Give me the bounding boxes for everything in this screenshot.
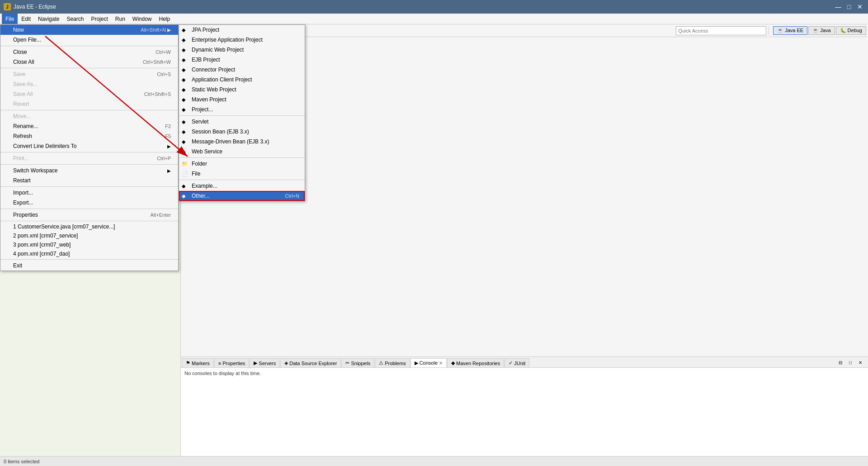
- toolbar-sep-3: [769, 27, 769, 35]
- app-icon: J: [4, 3, 11, 10]
- problems-icon: ⚠: [379, 360, 383, 366]
- run-menu-item[interactable]: Run: [112, 14, 129, 24]
- switch-workspace-label: Switch Workspace: [13, 167, 57, 174]
- project-item[interactable]: ◆ Project...: [179, 105, 305, 114]
- export-menu-item[interactable]: Export...: [0, 198, 178, 208]
- edit-menu-item[interactable]: Edit: [18, 14, 34, 24]
- open-file-label: Open File...: [13, 37, 41, 43]
- tab-junit[interactable]: ✓ JUnit: [505, 358, 529, 367]
- help-menu-item[interactable]: Help: [156, 14, 174, 24]
- tab-servers[interactable]: ▶ Servers: [250, 358, 280, 367]
- close-all-menu-item[interactable]: Close All Ctrl+Shift+W: [0, 57, 178, 67]
- perspective-debug[interactable]: 🐛 Debug: [836, 26, 866, 35]
- save-label: Save: [13, 71, 25, 77]
- save-as-menu-item[interactable]: Save As...: [0, 79, 178, 89]
- file-menu-item[interactable]: File: [2, 14, 18, 24]
- tab-snippets[interactable]: ✂ Snippets: [341, 358, 374, 367]
- tab-console[interactable]: ▶ Console ✕: [410, 358, 447, 367]
- refresh-label: Refresh: [13, 133, 32, 139]
- save-menu-item[interactable]: Save Ctrl+S: [0, 69, 178, 79]
- switch-workspace-menu-item[interactable]: Switch Workspace ▶: [0, 166, 178, 176]
- tab-data-source[interactable]: ◈ Data Source Explorer: [280, 358, 341, 367]
- revert-menu-item[interactable]: Revert: [0, 99, 178, 109]
- file-item[interactable]: 📄 File: [179, 169, 305, 179]
- file-icon: 📄: [182, 171, 188, 177]
- tab-maven[interactable]: ◆ Maven Repositories: [447, 358, 504, 367]
- connector-project-item[interactable]: ◆ Connector Project: [179, 65, 305, 75]
- window-menu-item[interactable]: Window: [129, 14, 156, 24]
- ejb-project-item[interactable]: ◆ EJB Project: [179, 55, 305, 65]
- maven-project-item[interactable]: ◆ Maven Project: [179, 95, 305, 105]
- save-shortcut: Ctrl+S: [157, 71, 171, 77]
- perspective-java[interactable]: ☕ Java: [808, 26, 835, 35]
- save-all-menu-item[interactable]: Save All Ctrl+Shift+S: [0, 89, 178, 99]
- enterprise-app-item[interactable]: ◆ Enterprise Application Project: [179, 35, 305, 45]
- app-client-item[interactable]: ◆ Application Client Project: [179, 75, 305, 85]
- minimize-panel-btn[interactable]: ⊟: [835, 357, 845, 367]
- project-menu-item[interactable]: Project: [87, 14, 111, 24]
- maximize-button[interactable]: □: [844, 2, 854, 11]
- search-menu-item[interactable]: Search: [63, 14, 87, 24]
- static-web-item[interactable]: ◆ Static Web Project: [179, 85, 305, 95]
- refresh-menu-item[interactable]: Refresh F5: [0, 131, 178, 141]
- example-item[interactable]: ◆ Example...: [179, 181, 305, 191]
- open-file-menu-item[interactable]: Open File...: [0, 35, 178, 45]
- bottom-tabs: ⚑ Markers ≡ Properties ▶ Servers ◈ Data …: [181, 357, 868, 368]
- tab-markers[interactable]: ⚑ Markers: [182, 358, 214, 367]
- sep-1: [0, 46, 178, 46]
- folder-item[interactable]: 📁 Folder: [179, 159, 305, 169]
- restart-menu-item[interactable]: Restart: [0, 176, 178, 185]
- recent-3[interactable]: 3 pom.xml [crm07_web]: [0, 240, 178, 249]
- print-menu-item[interactable]: Print... Ctrl+P: [0, 153, 178, 163]
- session-bean-item[interactable]: ◆ Session Bean (EJB 3.x): [179, 127, 305, 137]
- tab-problems[interactable]: ⚠ Problems: [375, 358, 410, 367]
- perspective-java-ee[interactable]: ☕ Java EE: [773, 26, 807, 35]
- recent-1[interactable]: 1 CustomerService.java [crm07_service...…: [0, 222, 178, 231]
- move-menu-item[interactable]: Move...: [0, 111, 178, 121]
- properties-menu-item[interactable]: Properties Alt+Enter: [0, 210, 178, 220]
- snippets-icon: ✂: [345, 360, 349, 366]
- exit-menu-item[interactable]: Exit: [0, 261, 178, 271]
- new-label: New: [13, 27, 24, 33]
- data-source-icon: ◈: [284, 360, 288, 366]
- close-menu-item[interactable]: Close Ctrl+W: [0, 47, 178, 57]
- navigate-menu-item[interactable]: Navigate: [34, 14, 63, 24]
- new-menu-item[interactable]: New Alt+Shift+N ▶: [0, 25, 178, 35]
- servers-icon: ▶: [254, 360, 257, 366]
- tab-data-source-label: Data Source Explorer: [289, 361, 337, 366]
- jpa-project-item[interactable]: ◆ JPA Project: [179, 25, 305, 35]
- static-web-icon: ◆: [182, 87, 185, 93]
- recent-2[interactable]: 2 pom.xml [crm07_service]: [0, 231, 178, 240]
- recent-4[interactable]: 4 pom.xml [crm07_dao]: [0, 249, 178, 258]
- tab-servers-label: Servers: [259, 361, 276, 366]
- enterprise-app-label: Enterprise Application Project: [192, 37, 263, 43]
- jpa-icon: ◆: [182, 27, 185, 33]
- junit-icon: ✓: [509, 360, 513, 366]
- servlet-item[interactable]: ◆ Servlet: [179, 117, 305, 127]
- console-close-icon[interactable]: ✕: [439, 361, 443, 366]
- convert-menu-item[interactable]: Convert Line Delimiters To ▶: [0, 141, 178, 151]
- project-icon: ◆: [182, 107, 185, 113]
- dynamic-web-item[interactable]: ◆ Dynamic Web Project: [179, 45, 305, 55]
- tab-properties[interactable]: ≡ Properties: [214, 358, 250, 367]
- move-label: Move...: [13, 113, 31, 119]
- close-button[interactable]: ✕: [855, 2, 864, 11]
- ejb-icon: ◆: [182, 57, 185, 63]
- minimize-button[interactable]: —: [834, 2, 843, 11]
- import-menu-item[interactable]: Import...: [0, 188, 178, 198]
- web-service-item[interactable]: ◆ Web Service: [179, 147, 305, 157]
- jpa-project-label: JPA Project: [192, 27, 219, 33]
- maximize-panel-btn[interactable]: □: [845, 357, 855, 367]
- file-label: File: [192, 171, 200, 177]
- close-all-label: Close All: [13, 59, 34, 65]
- close-panel-btn[interactable]: ✕: [855, 357, 865, 367]
- title-bar: J Java EE - Eclipse — □ ✕: [0, 0, 868, 14]
- window-controls[interactable]: — □ ✕: [834, 2, 864, 11]
- message-driven-item[interactable]: ◆ Message-Driven Bean (EJB 3.x): [179, 137, 305, 147]
- quick-access-input[interactable]: [676, 26, 766, 35]
- sep-6: [0, 186, 178, 187]
- sep-5: [0, 164, 178, 165]
- rename-menu-item[interactable]: Rename... F2: [0, 121, 178, 131]
- static-web-label: Static Web Project: [192, 86, 236, 93]
- other-item[interactable]: ◆ Other... Ctrl+N: [179, 191, 305, 201]
